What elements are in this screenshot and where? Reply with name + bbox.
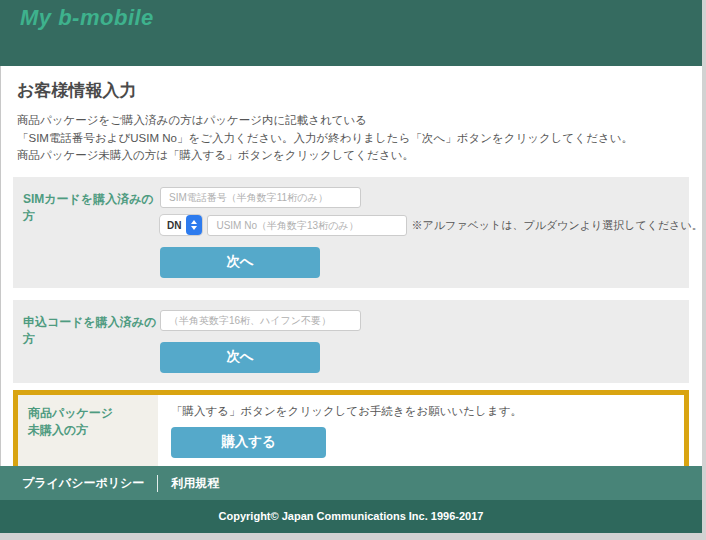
copyright-text: Copyright© Japan Communications Inc. 199… (219, 510, 484, 522)
main-content: お客様情報入力 商品パッケージをご購入済みの方はパッケージ内に記載されている 「… (0, 66, 702, 473)
section-code-label: 申込コードを購入済みの方 (23, 310, 160, 373)
usim-prefix-value: DN (160, 220, 186, 231)
intro-line: 商品パッケージ未購入の方は「購入する」ボタンをクリックしてください。 (17, 147, 689, 165)
section-package-content: 「購入する」ボタンをクリックしてお手続きをお願いいたします。 購入する (158, 395, 684, 468)
select-updown-icon (186, 215, 202, 235)
usim-no-input[interactable] (207, 215, 407, 236)
privacy-policy-link[interactable]: プライバシーポリシー (22, 475, 144, 492)
sim-phone-row (160, 187, 703, 208)
page: My b-mobile お客様情報入力 商品パッケージをご購入済みの方はパッケー… (0, 0, 702, 533)
usim-prefix-select[interactable]: DN (160, 215, 202, 235)
package-label-line: 商品パッケージ (28, 405, 158, 422)
section-code-fields: 次へ (160, 310, 679, 373)
usim-note: ※アルファベットは、プルダウンより選択してください。 (411, 218, 702, 233)
package-instruction: 「購入する」ボタンをクリックしてお手続きをお願いいたします。 (171, 404, 674, 419)
footer: プライバシーポリシー 利用規程 Copyright© Japan Communi… (0, 466, 702, 533)
section-sim-fields: DN ※アルファベットは、プルダウンより選択してください。 次へ (160, 187, 703, 278)
application-code-input[interactable] (160, 310, 361, 331)
section-sim-purchased: SIMカードを購入済みの方 DN ※アルファベットは、プルダウンより選択してくだ… (13, 177, 689, 288)
section-package-label: 商品パッケージ 未購入の方 (18, 395, 158, 468)
section-code-purchased: 申込コードを購入済みの方 次へ (13, 300, 689, 383)
section-sim-label: SIMカードを購入済みの方 (23, 187, 160, 278)
footer-divider (157, 475, 158, 492)
terms-link[interactable]: 利用規程 (171, 475, 219, 492)
code-next-button[interactable]: 次へ (160, 342, 320, 373)
site-logo[interactable]: My b-mobile (0, 0, 154, 31)
buy-button[interactable]: 購入する (171, 427, 326, 458)
section-package-not-purchased: 商品パッケージ 未購入の方 「購入する」ボタンをクリックしてお手続きをお願いいた… (13, 390, 689, 473)
site-header: My b-mobile (0, 0, 702, 66)
footer-copyright-bar: Copyright© Japan Communications Inc. 199… (0, 500, 702, 533)
code-row (160, 310, 679, 331)
sim-phone-input[interactable] (160, 187, 361, 208)
package-label-line: 未購入の方 (28, 422, 158, 439)
usim-row: DN ※アルファベットは、プルダウンより選択してください。 (160, 215, 703, 236)
intro-line: 商品パッケージをご購入済みの方はパッケージ内に記載されている (17, 112, 689, 130)
footer-nav: プライバシーポリシー 利用規程 (0, 466, 702, 500)
page-title: お客様情報入力 (13, 66, 689, 102)
intro-text: 商品パッケージをご購入済みの方はパッケージ内に記載されている 「SIM電話番号お… (13, 112, 689, 165)
sim-next-button[interactable]: 次へ (160, 247, 320, 278)
intro-line: 「SIM電話番号およびUSIM No」をご入力ください。入力が終わりましたら「次… (17, 130, 689, 148)
